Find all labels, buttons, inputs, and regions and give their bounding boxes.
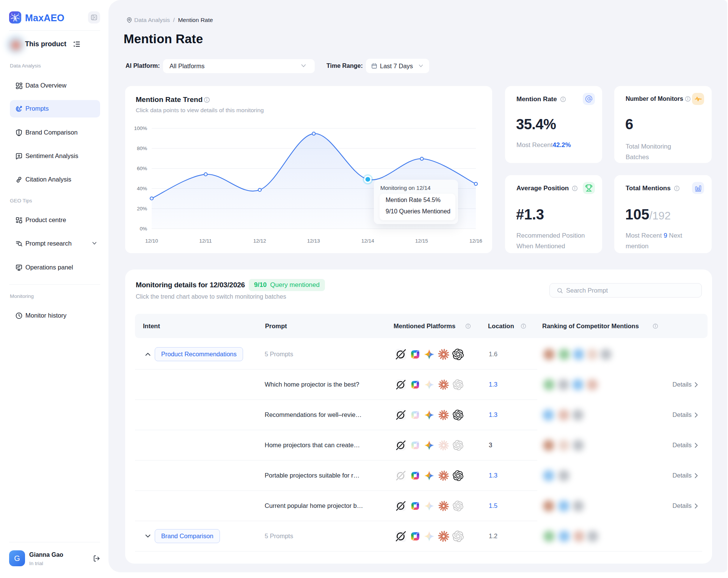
svg-text:60%: 60% (137, 166, 147, 171)
svg-text:40%: 40% (137, 186, 147, 191)
svg-text:12/10: 12/10 (145, 238, 158, 244)
svg-text:12/16: 12/16 (469, 238, 482, 244)
svg-text:12/12: 12/12 (253, 238, 266, 244)
svg-text:12/11: 12/11 (199, 238, 212, 244)
svg-text:0%: 0% (140, 226, 147, 232)
svg-text:12/14: 12/14 (361, 238, 374, 244)
svg-text:80%: 80% (137, 146, 147, 151)
svg-text:100%: 100% (134, 125, 147, 131)
svg-text:12/15: 12/15 (415, 238, 428, 244)
svg-text:12/13: 12/13 (307, 238, 320, 244)
svg-text:20%: 20% (137, 206, 147, 211)
